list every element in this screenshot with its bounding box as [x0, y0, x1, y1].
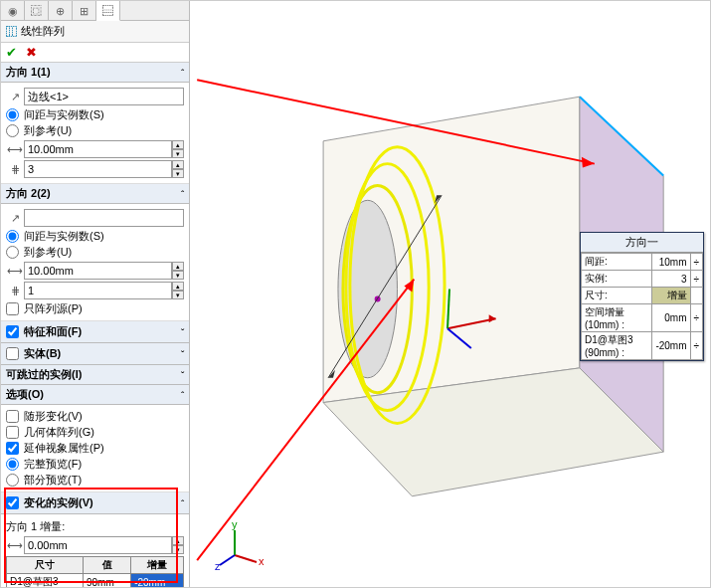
- tab-2-icon[interactable]: ⿴: [25, 1, 49, 21]
- tab-3-icon[interactable]: ⊕: [49, 1, 73, 21]
- svg-text:y: y: [232, 520, 238, 530]
- ok-button[interactable]: ✔: [6, 45, 17, 60]
- dir2-edge-input[interactable]: [24, 209, 184, 227]
- dir1-count-input[interactable]: [24, 160, 172, 178]
- direction-icon[interactable]: ↗: [6, 91, 24, 103]
- bodies-check[interactable]: 实体(B): [6, 346, 61, 361]
- options-header: 选项(O): [6, 387, 44, 402]
- linear-pattern-icon: ⿲: [6, 26, 17, 38]
- dir2-opt-spacing[interactable]: 间距与实例数(S): [6, 229, 184, 244]
- feature-title: 线性阵列: [21, 24, 65, 39]
- section-dir2-header: 方向 2(2): [6, 186, 51, 201]
- dir2-count-input[interactable]: [24, 282, 172, 299]
- spin-up[interactable]: ▴: [172, 140, 184, 149]
- dir2-only-source[interactable]: 只阵列源(P): [6, 301, 184, 316]
- dir1-spacing-input[interactable]: [24, 140, 172, 158]
- svg-text:z: z: [215, 560, 221, 570]
- section-dir1-header: 方向 1(1): [6, 65, 51, 80]
- dimension-table[interactable]: 尺寸值增量 D1@草图390mm-20mm: [6, 556, 184, 588]
- opt-vary-sketch[interactable]: 随形变化(V): [6, 409, 184, 424]
- opt-full-preview[interactable]: 完整预览(F): [6, 457, 184, 472]
- spacing-icon: ⟷: [6, 143, 24, 156]
- vary-check[interactable]: 变化的实例(V): [6, 495, 93, 510]
- count-icon: ⋕: [6, 163, 24, 176]
- opt-geom-pattern[interactable]: 几何体阵列(G): [6, 425, 184, 440]
- dir1-edge-input[interactable]: [24, 88, 184, 105]
- direction-callout[interactable]: 方向一 间距:10mm÷ 实例:3÷ 尺寸:增量 空间增量 (10mm) :0m…: [580, 232, 704, 361]
- spin-down[interactable]: ▾: [172, 149, 184, 158]
- vary-increment-input[interactable]: [24, 536, 172, 554]
- svg-line-21: [235, 555, 257, 562]
- vary-sub-label: 方向 1 增量:: [6, 519, 184, 534]
- svg-text:x: x: [259, 555, 265, 567]
- callout-header: 方向一: [581, 233, 703, 253]
- cancel-button[interactable]: ✖: [26, 45, 37, 60]
- axis-triad-icon: x y z: [215, 520, 265, 570]
- tab-1-icon[interactable]: ◉: [1, 1, 25, 21]
- skip-header: 可跳过的实例(I): [6, 367, 82, 382]
- opt-propagate[interactable]: 延伸视象属性(P): [6, 441, 184, 456]
- dir1-opt-spacing[interactable]: 间距与实例数(S): [6, 107, 184, 122]
- dim-cell[interactable]: D1@草图3: [7, 574, 84, 589]
- dir2-opt-ref[interactable]: 到参考(U): [6, 245, 184, 260]
- dir1-opt-ref[interactable]: 到参考(U): [6, 123, 184, 138]
- tab-5-icon[interactable]: ⿳: [96, 1, 120, 21]
- features-check[interactable]: 特征和面(F): [6, 324, 82, 339]
- direction-icon[interactable]: ↗: [6, 212, 24, 225]
- svg-line-25: [220, 555, 235, 565]
- opt-partial-preview[interactable]: 部分预览(T): [6, 473, 184, 488]
- dir2-spacing-input[interactable]: [24, 262, 172, 280]
- tab-4-icon[interactable]: ⊞: [73, 1, 96, 21]
- collapse-icon[interactable]: ˆ: [181, 68, 184, 78]
